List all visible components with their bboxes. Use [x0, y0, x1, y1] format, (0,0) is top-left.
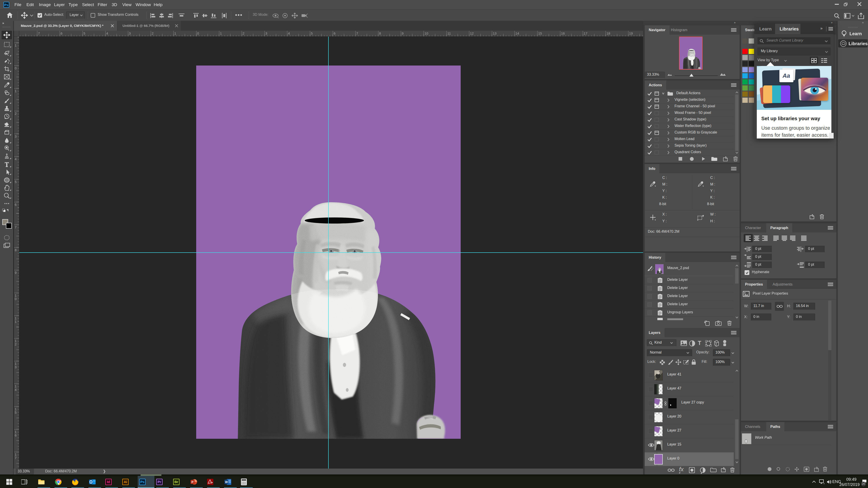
svg-text:W: W: [225, 480, 228, 484]
svg-text:P: P: [191, 480, 193, 484]
